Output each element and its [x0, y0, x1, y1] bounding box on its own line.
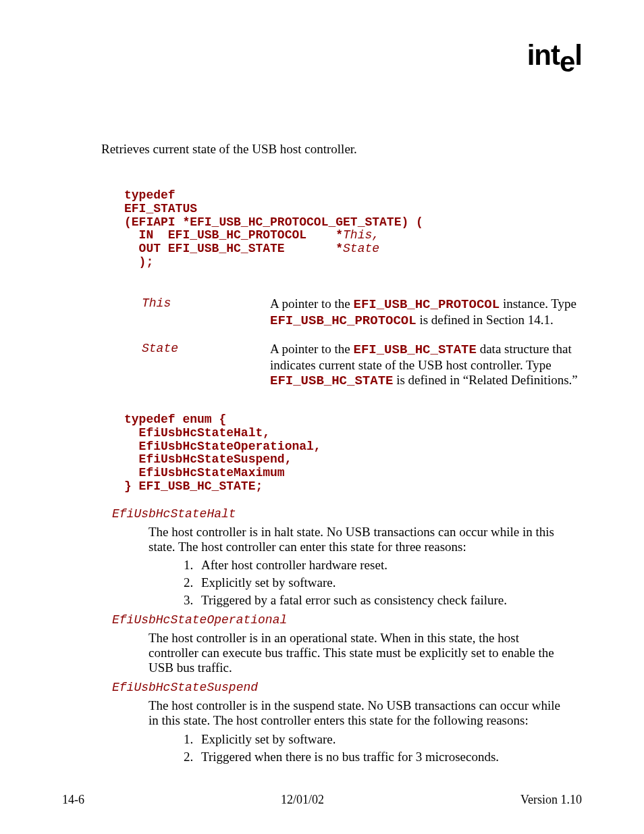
param-desc: A pointer to the EFI_USB_HC_PROTOCOL ins… [270, 296, 582, 329]
list-item: 3.Triggered by a fatal error such as con… [184, 593, 582, 608]
list-item: 1.Explicitly set by software. [184, 732, 582, 747]
content-body: Retrieves current state of the USB host … [62, 41, 582, 764]
enum-value-name: EfiUsbHcStateHalt [112, 507, 582, 521]
list-item: 2.Triggered when there is no bus traffic… [184, 750, 582, 764]
enum-value-desc: The host controller is in the suspend st… [149, 698, 562, 728]
intel-logo: intel [527, 39, 582, 72]
page-footer: 14-6 12/01/02 Version 1.10 [62, 793, 582, 807]
enum-code-block: typedef enum { EfiUsbHcStateHalt, EfiUsb… [124, 413, 582, 494]
enum-section: EfiUsbHcStateOperational The host contro… [62, 613, 582, 675]
intro-text: Retrieves current state of the USB host … [101, 142, 582, 157]
enum-value-desc: The host controller is in halt state. No… [149, 525, 562, 554]
page: intel Retrieves current state of the USB… [0, 0, 644, 834]
enum-section: EfiUsbHcStateSuspend The host controller… [62, 681, 582, 764]
param-desc: A pointer to the EFI_USB_HC_STATE data s… [270, 342, 582, 389]
typedef-code-block: typedef EFI_STATUS (EFIAPI *EFI_USB_HC_P… [124, 189, 582, 269]
param-row: This A pointer to the EFI_USB_HC_PROTOCO… [142, 296, 582, 329]
enum-section: EfiUsbHcStateHalt The host controller is… [62, 507, 582, 608]
enum-value-desc: The host controller is in an operational… [149, 631, 562, 675]
param-row: State A pointer to the EFI_USB_HC_STATE … [142, 342, 582, 389]
enum-reason-list: 1.After host controller hardware reset. … [184, 558, 582, 608]
footer-page-number: 14-6 [62, 793, 84, 807]
list-item: 2.Explicitly set by software. [184, 575, 582, 590]
footer-version: Version 1.10 [520, 793, 582, 807]
param-name: This [142, 296, 270, 329]
enum-value-name: EfiUsbHcStateSuspend [112, 681, 582, 694]
enum-value-name: EfiUsbHcStateOperational [112, 613, 582, 627]
list-item: 1.After host controller hardware reset. [184, 558, 582, 573]
enum-reason-list: 1.Explicitly set by software. 2.Triggere… [184, 732, 582, 764]
param-name: State [142, 342, 270, 389]
parameter-table: This A pointer to the EFI_USB_HC_PROTOCO… [142, 296, 582, 389]
footer-date: 12/01/02 [281, 793, 324, 807]
